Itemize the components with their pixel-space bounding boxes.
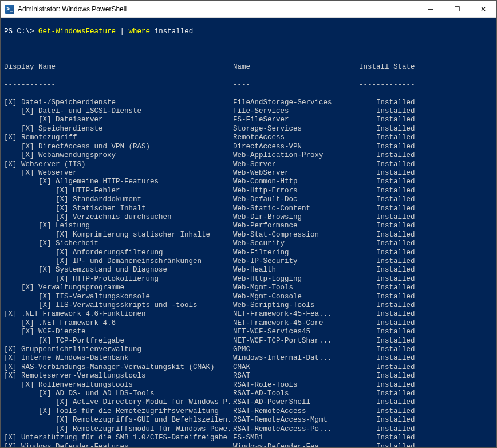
close-button[interactable]: ✕ [470, 1, 496, 17]
table-row: [X] Remotezugriffs-GUI und Befehlszeilen… [4, 416, 493, 425]
cell-display-name: [X] TCP-Portfreigabe [4, 337, 233, 345]
table-row: [X] Interne Windows-DatenbankWindows-Int… [4, 354, 493, 363]
cell-install-state: Installed [359, 222, 416, 230]
cell-install-state: Installed [359, 434, 416, 442]
cell-display-name: [X] HTTP-Protokollierung [4, 275, 233, 284]
cell-display-name: [X] .NET Framework 4.6-Funktionen [4, 310, 233, 319]
header-name: Name [233, 63, 359, 72]
table-row: [X] TCP-PortfreigabeNET-WCF-TCP-PortShar… [4, 337, 493, 345]
cell-name: NET-Framework-45-Core [233, 319, 359, 328]
cell-install-state: Installed [359, 249, 416, 257]
cell-display-name: [X] HTTP-Fehler [4, 187, 233, 195]
cell-name: Storage-Services [233, 125, 359, 133]
cell-name: DirectAccess-VPN [233, 143, 359, 151]
cell-name: NET-WCF-TCP-PortShar... [233, 337, 359, 345]
cell-install-state: Installed [359, 319, 416, 328]
table-row: [X] .NET Framework 4.6NET-Framework-45-C… [4, 319, 493, 328]
cell-name: RemoteAccess [233, 133, 359, 142]
cell-install-state: Installed [359, 310, 416, 319]
header-install-state: Install State [359, 63, 416, 72]
cell-install-state: Installed [359, 143, 416, 151]
table-row: [X] Active Directory-Modul für Windows P… [4, 398, 493, 407]
cell-name: Web-Mgmt-Tools [233, 284, 359, 292]
cell-display-name: [X] Remotezugriff [4, 133, 233, 142]
cmdlet-where: where [129, 27, 151, 36]
cell-display-name: [X] Rollenverwaltungstools [4, 381, 233, 390]
cell-display-name: [X] Tools für die Remotezugriffsverwaltu… [4, 407, 233, 416]
cell-name: Web-Http-Logging [233, 275, 359, 284]
window-title: Administrator: Windows PowerShell [18, 5, 417, 13]
cell-display-name: [X] Systemzustand und Diagnose [4, 266, 233, 274]
cell-display-name: [X] Anforderungsfilterung [4, 249, 233, 257]
table-row: [X] Remoteserver-VerwaltungstoolsRSAT In… [4, 372, 493, 380]
maximize-button[interactable]: ☐ [444, 1, 470, 17]
table-row: [X] LeistungWeb-Performance Installed [4, 222, 493, 230]
cell-install-state: Installed [359, 293, 416, 301]
minimize-button[interactable]: ─ [417, 1, 444, 17]
cell-install-state: Installed [359, 257, 416, 266]
table-row: [X] GruppenrichtlinienverwaltungGPMC Ins… [4, 345, 493, 354]
cell-name: Web-Security [233, 239, 359, 248]
cell-name: Web-Performance [233, 222, 359, 230]
table-row: [X] AnforderungsfilterungWeb-Filtering I… [4, 249, 493, 257]
table-row: [X] DirectAccess und VPN (RAS)DirectAcce… [4, 143, 493, 151]
cell-install-state: Installed [359, 354, 416, 363]
cell-install-state: Installed [359, 116, 416, 124]
cell-install-state: Installed [359, 345, 416, 354]
cell-display-name: [X] DirectAccess und VPN (RAS) [4, 143, 233, 151]
table-row: [X] VerwaltungsprogrammeWeb-Mgmt-Tools I… [4, 284, 493, 292]
cell-display-name: [X] Windows Defender-Features [4, 443, 233, 448]
cell-name: FileAndStorage-Services [233, 99, 359, 107]
cell-name: CMAK [233, 363, 359, 372]
cell-install-state: Installed [359, 407, 416, 416]
cell-name: FS-FileServer [233, 116, 359, 124]
cell-install-state: Installed [359, 266, 416, 274]
cell-name: Web-Filtering [233, 249, 359, 257]
cell-display-name: [X] Webserver (IIS) [4, 160, 233, 169]
cell-install-state: Installed [359, 381, 416, 390]
cell-install-state: Installed [359, 284, 416, 292]
cell-install-state: Installed [359, 275, 416, 284]
cell-display-name: [X] Active Directory-Modul für Windows P… [4, 398, 233, 407]
table-row: [X] StandarddokumentWeb-Default-Doc Inst… [4, 195, 493, 204]
cell-display-name: [X] Webanwendungsproxy [4, 151, 233, 160]
cell-name: NET-WCF-Services45 [233, 328, 359, 336]
pipe: | [120, 27, 125, 36]
cell-install-state: Installed [359, 107, 416, 116]
cell-display-name: [X] Dateiserver [4, 116, 233, 124]
cell-install-state: Installed [359, 195, 416, 204]
table-row: [X] WebanwendungsproxyWeb-Application-Pr… [4, 151, 493, 160]
cell-name: RSAT-AD-PowerShell [233, 398, 359, 407]
console-output[interactable]: PS C:\> Get-WindowsFeature | where insta… [1, 18, 496, 447]
cell-name: RSAT-RemoteAccess [233, 407, 359, 416]
cell-install-state: Installed [359, 160, 416, 169]
cell-display-name: [X] Speicherdienste [4, 125, 233, 133]
cell-name: Web-Mgmt-Console [233, 293, 359, 301]
feature-table-body: [X] Datei-/SpeicherdiensteFileAndStorage… [4, 99, 493, 447]
cell-install-state: Installed [359, 416, 416, 425]
table-row: [X] DateiserverFS-FileServer Installed [4, 116, 493, 124]
cell-name: Web-IP-Security [233, 257, 359, 266]
cell-display-name: [X] RAS-Verbindungs-Manager-Verwaltungsk… [4, 363, 233, 372]
table-row: [X] Statischer InhaltWeb-Static-Content … [4, 205, 493, 213]
cell-name: Web-Default-Doc [233, 195, 359, 204]
cell-install-state: Installed [359, 231, 416, 239]
table-row: [X] Datei-/SpeicherdiensteFileAndStorage… [4, 99, 493, 107]
arg-installed: installed [155, 27, 194, 36]
cell-name: NET-Framework-45-Fea... [233, 310, 359, 319]
table-row: [X] Datei- und iSCSI-DiensteFile-Service… [4, 107, 493, 116]
cell-install-state: Installed [359, 239, 416, 248]
cell-install-state: Installed [359, 398, 416, 407]
header-display-name: Display Name [4, 63, 233, 72]
table-row: [X] HTTP-FehlerWeb-Http-Errors Installed [4, 187, 493, 195]
cell-name: Web-Server [233, 160, 359, 169]
cell-name: Web-Http-Errors [233, 187, 359, 195]
table-row: [X] Unterstützung für die SMB 1.0/CIFS-D… [4, 434, 493, 442]
table-row: [X] IP- und DomäneneinschränkungenWeb-IP… [4, 257, 493, 266]
cell-name: Web-Application-Proxy [233, 151, 359, 160]
cell-display-name: [X] Verwaltungsprogramme [4, 284, 233, 292]
prompt: PS C:\> [4, 27, 34, 36]
cell-display-name: [X] Unterstützung für die SMB 1.0/CIFS-D… [4, 434, 233, 442]
cell-display-name: [X] Sicherheit [4, 239, 233, 248]
table-row: [X] RemotezugriffRemoteAccess Installed [4, 133, 493, 142]
